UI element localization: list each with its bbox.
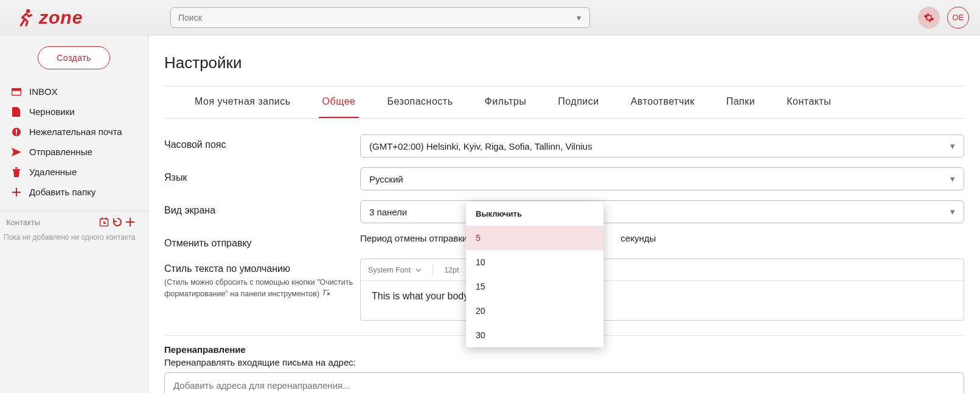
- forwarding-section: Перенаправление Перенаправлять входящие …: [164, 344, 964, 393]
- font-size-select[interactable]: 12pt: [444, 266, 459, 274]
- row-timezone: Часовой пояс (GMT+02:00) Helsinki, Kyiv,…: [164, 130, 964, 162]
- plus-icon: [11, 188, 22, 196]
- chevron-down-icon: [415, 268, 422, 272]
- inbox-icon: [11, 88, 22, 96]
- tab-folders[interactable]: Папки: [723, 86, 759, 118]
- forwarding-input[interactable]: [164, 372, 964, 393]
- dropdown-option[interactable]: 20: [466, 299, 603, 323]
- settings-button[interactable]: [918, 7, 940, 29]
- label-layout: Вид экрана: [164, 200, 360, 216]
- svg-rect-16: [126, 221, 134, 223]
- dropdown-option[interactable]: 30: [466, 323, 603, 347]
- brand-text: zone: [39, 7, 83, 28]
- select-language[interactable]: Русский ▾: [360, 167, 964, 190]
- forwarding-desc: Перенаправлять входящие письма на адрес:: [164, 357, 964, 367]
- row-language: Язык Русский ▾: [164, 162, 964, 195]
- divider: [0, 210, 148, 211]
- svg-point-0: [26, 9, 30, 13]
- runner-icon: [18, 9, 34, 27]
- avatar-initials: OE: [953, 13, 964, 22]
- compose-button[interactable]: Создать: [38, 46, 110, 69]
- dropdown-title: Выключить: [466, 202, 603, 226]
- sidebar-item-add-folder[interactable]: Добавить папку: [0, 182, 148, 202]
- search-placeholder: Поиск: [178, 13, 202, 23]
- label-timezone: Часовой пояс: [164, 134, 360, 150]
- select-value: 3 панели: [369, 207, 407, 217]
- svg-rect-5: [16, 134, 17, 135]
- sidebar-item-spam[interactable]: Нежелательная почта: [0, 122, 148, 142]
- main: Настройки Моя учетная запись Общее Безоп…: [148, 35, 980, 393]
- sidebar-item-sent[interactable]: Отправленные: [0, 142, 148, 162]
- font-family-select[interactable]: System Font: [368, 266, 422, 274]
- undo-period-label: Период отмены отправки:: [360, 233, 470, 243]
- dropdown-option[interactable]: 15: [466, 274, 603, 299]
- svg-rect-9: [12, 192, 21, 193]
- sidebar-item-label: Нежелательная почта: [29, 127, 122, 137]
- no-contacts-msg: Пока не добавлено ни одного контакта: [0, 227, 148, 242]
- calendar-icon[interactable]: [99, 217, 113, 227]
- label-language: Язык: [164, 167, 360, 183]
- select-timezone[interactable]: (GMT+02:00) Helsinki, Kyiv, Riga, Sofia,…: [360, 134, 964, 158]
- svg-rect-11: [102, 218, 103, 220]
- avatar[interactable]: OE: [947, 7, 969, 29]
- tab-account[interactable]: Моя учетная запись: [191, 86, 294, 118]
- chevron-down-icon: ▾: [950, 173, 955, 184]
- dropdown-option[interactable]: 10: [466, 250, 603, 274]
- select-layout[interactable]: 3 панели ▾: [360, 200, 964, 223]
- chevron-down-icon: ▾: [950, 141, 955, 151]
- svg-rect-7: [15, 167, 18, 169]
- label-undo: Отменить отправку: [164, 233, 360, 249]
- folder-list: INBOX Черновики Нежелательная почта Отпр…: [0, 82, 148, 202]
- style-preview[interactable]: This is what your body tex: [361, 281, 964, 320]
- chevron-down-icon: ▾: [577, 13, 581, 23]
- search-wrap: Поиск ▾: [148, 7, 918, 28]
- logo[interactable]: zone: [0, 7, 148, 28]
- select-value: Русский: [369, 174, 403, 184]
- svg-rect-4: [16, 129, 17, 133]
- refresh-icon[interactable]: [113, 217, 126, 227]
- sidebar-item-inbox[interactable]: INBOX: [0, 82, 148, 102]
- add-contact-icon[interactable]: [126, 218, 139, 226]
- sidebar-item-label: Удаленные: [29, 167, 77, 177]
- search-input[interactable]: Поиск ▾: [170, 7, 590, 28]
- tab-general[interactable]: Общее: [319, 86, 360, 118]
- sidebar-item-drafts[interactable]: Черновики: [0, 102, 148, 122]
- tab-contacts[interactable]: Контакты: [783, 86, 835, 118]
- editor-toolbar: System Font 12pt: [361, 259, 964, 281]
- tab-security[interactable]: Безопасность: [383, 86, 456, 118]
- tab-autoreply[interactable]: Автоответчик: [627, 86, 698, 118]
- dropdown-option[interactable]: 5: [466, 226, 603, 250]
- style-editor: System Font 12pt This is what your body …: [360, 259, 964, 321]
- tab-signatures[interactable]: Подписи: [554, 86, 602, 118]
- sidebar-item-label: INBOX: [29, 86, 58, 97]
- undo-dropdown[interactable]: Выключить 5 10 15 20 30: [466, 202, 603, 347]
- select-value: (GMT+02:00) Helsinki, Kyiv, Riga, Sofia,…: [369, 141, 592, 151]
- sidebar-item-label: Добавить папку: [29, 187, 96, 197]
- gear-icon: [923, 12, 934, 23]
- topbar-right: OE: [918, 7, 969, 29]
- contacts-header: Контакты: [0, 217, 148, 227]
- page-title: Настройки: [164, 54, 964, 72]
- alert-icon: [11, 127, 22, 137]
- sidebar-item-label: Отправленные: [29, 147, 92, 157]
- default-style-hint: (Стиль можно сбросить с помощью кнопки "…: [164, 277, 360, 300]
- sidebar-item-label: Черновики: [29, 106, 75, 117]
- tabs: Моя учетная запись Общее Безопасность Фи…: [164, 86, 964, 119]
- tab-filters[interactable]: Фильтры: [481, 86, 530, 118]
- label-default-style: Стиль текста по умолчанию: [164, 263, 360, 274]
- file-icon: [11, 107, 22, 117]
- svg-rect-6: [13, 169, 20, 170]
- send-icon: [11, 148, 22, 156]
- trash-icon: [11, 167, 22, 177]
- svg-rect-14: [103, 223, 106, 224]
- seconds-label: секунды: [620, 233, 656, 243]
- sidebar-item-trash[interactable]: Удаленные: [0, 162, 148, 182]
- contacts-title: Контакты: [6, 218, 40, 227]
- svg-rect-2: [12, 88, 21, 91]
- svg-rect-12: [105, 218, 106, 220]
- chevron-down-icon: ▾: [950, 206, 955, 217]
- sidebar: Создать INBOX Черновики Нежелательная по…: [0, 35, 148, 393]
- clear-format-icon: [322, 289, 330, 296]
- topbar: zone Поиск ▾ OE: [0, 0, 980, 35]
